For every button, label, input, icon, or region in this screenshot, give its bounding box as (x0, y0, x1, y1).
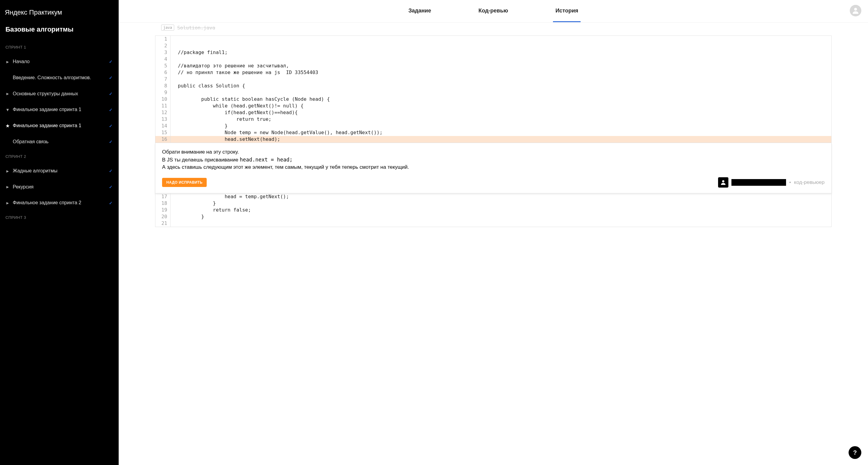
reviewer-role: код-ревьюер (794, 179, 825, 186)
line-number: 18 (155, 200, 170, 207)
content[interactable]: java Solution.java 123//package final1;4… (119, 23, 868, 465)
code-text: //валидатор это решение не засчитывал, (170, 63, 289, 69)
sidebar-item[interactable]: ▸Основные структуры данных✓ (0, 86, 119, 102)
reviewer-name-redacted (732, 179, 786, 186)
avatar[interactable] (850, 5, 861, 17)
reviewer-avatar (718, 177, 728, 188)
sidebar-item[interactable]: Введение. Сложность алгоритмов.✓ (0, 70, 119, 86)
course-title: Базовые алгоритмы (0, 23, 119, 41)
star-icon: ★ (5, 123, 10, 129)
code-text: //package final1; (170, 49, 228, 56)
caret-icon: ▸ (5, 91, 10, 96)
line-number: 17 (155, 193, 170, 200)
line-number: 16 (155, 136, 170, 143)
code-text (170, 220, 178, 227)
tab[interactable]: Задание (406, 0, 434, 22)
code-text: while (head.getNext()!= null) { (170, 102, 304, 109)
code-line: 12 if(head.getNext()==head){ (155, 109, 831, 116)
sidebar-item[interactable]: ▾Финальное задание спринта 1✓ (0, 102, 119, 118)
logo[interactable]: Яндекс Практикум (0, 6, 119, 23)
sidebar: Яндекс Практикум Базовые алгоритмы СПРИН… (0, 0, 119, 465)
sidebar-item[interactable]: ★Финальное задание спринта 1✓ (0, 118, 119, 134)
code-text: Node temp = new Node(head.getValue(), he… (170, 129, 382, 136)
code-line: 20 } (155, 213, 831, 220)
check-icon: ✓ (109, 75, 113, 80)
comment-line-3: А здесь ставишь следующим этот же элемен… (162, 164, 825, 171)
sidebar-item-label: Начало (13, 59, 109, 65)
sidebar-item[interactable]: ▸Начало✓ (0, 54, 119, 70)
check-icon: ✓ (109, 107, 113, 112)
user-icon (851, 6, 860, 15)
code-line: 16 head.setNext(head); (155, 136, 831, 143)
line-number: 1 (155, 36, 170, 42)
code-line: 3//package final1; (155, 49, 831, 56)
code-line: 17 head = temp.getNext(); (155, 193, 831, 200)
code-text: return false; (170, 207, 251, 213)
code-text (170, 76, 178, 83)
code-line: 5//валидатор это решение не засчитывал, (155, 63, 831, 69)
code-text (170, 36, 178, 42)
file-name: Solution.java (177, 25, 215, 31)
line-number: 11 (155, 102, 170, 109)
line-number: 6 (155, 69, 170, 76)
caret-icon: ▸ (5, 168, 10, 174)
code-line: 13 return true; (155, 116, 831, 123)
code-text: public static boolean hasCycle (Node hea… (170, 96, 330, 102)
sidebar-item[interactable]: Обратная связь✓ (0, 134, 119, 150)
sidebar-item-label: Финальное задание спринта 1 (13, 106, 109, 113)
check-icon: ✓ (109, 200, 113, 206)
line-number: 19 (155, 207, 170, 213)
line-number: 7 (155, 76, 170, 83)
code-line: 6// но принял такое же решение на js ID … (155, 69, 831, 76)
check-icon: ✓ (109, 139, 113, 144)
line-number: 14 (155, 123, 170, 129)
code-line: 10 public static boolean hasCycle (Node … (155, 96, 831, 102)
code-line: 2 (155, 42, 831, 49)
caret-icon: ▸ (5, 59, 10, 65)
code-text: // но принял такое же решение на js ID 3… (170, 69, 318, 76)
sidebar-item-label: Введение. Сложность алгоритмов. (13, 75, 109, 81)
line-number: 8 (155, 83, 170, 89)
code-text: head.setNext(head); (170, 136, 280, 143)
sprint-label: СПРИНТ 2 (0, 150, 119, 163)
check-icon: ✓ (109, 185, 113, 189)
file-tab[interactable]: java Solution.java (158, 23, 832, 32)
line-number: 4 (155, 56, 170, 63)
line-number: 20 (155, 213, 170, 220)
check-icon: ✓ (109, 168, 113, 173)
sidebar-item[interactable]: ▸Жадные алгоритмы✓ (0, 163, 119, 179)
line-number: 12 (155, 109, 170, 116)
check-icon: ✓ (109, 59, 113, 64)
code-line: 9 (155, 89, 831, 96)
check-icon: ✓ (109, 91, 113, 96)
help-button[interactable]: ? (848, 446, 861, 459)
tab[interactable]: Код-ревью (476, 0, 510, 22)
sidebar-item[interactable]: ▸Рекурсия✓ (0, 179, 119, 195)
lang-badge: java (161, 25, 174, 31)
code-line: 18 } (155, 200, 831, 207)
main: ЗаданиеКод-ревьюИстория java Solution.ja… (119, 0, 868, 465)
sidebar-item-label: Жадные алгоритмы (13, 168, 109, 174)
code-text: head = temp.getNext(); (170, 193, 289, 200)
code-text: } (170, 213, 204, 220)
sprint-label: СПРИНТ 3 (0, 211, 119, 224)
comment-line-2: В JS ты делаешь присваивание head.next =… (162, 156, 825, 164)
code-text: } (170, 200, 216, 207)
fix-button[interactable]: НАДО ИСПРАВИТЬ (162, 178, 207, 187)
line-number: 9 (155, 89, 170, 96)
user-icon (720, 179, 726, 186)
code-text (170, 56, 178, 63)
tab[interactable]: История (553, 0, 581, 22)
code-text: } (170, 123, 228, 129)
svg-point-1 (722, 180, 724, 182)
code-block-top: 123//package final1;45//валидатор это ре… (155, 35, 832, 143)
code-line: 7 (155, 76, 831, 83)
caret-icon: ▸ (5, 184, 10, 190)
code-text: return true; (170, 116, 271, 123)
review-comment: Обрати внимание на эту строку. В JS ты д… (155, 143, 832, 193)
sidebar-item[interactable]: ▸Финальное задание спринта 2✓ (0, 195, 119, 211)
sidebar-item-label: Финальное задание спринта 1 (13, 123, 109, 129)
logo-light: Практикум (29, 8, 62, 16)
check-icon: ✓ (109, 124, 113, 128)
line-number: 2 (155, 42, 170, 49)
